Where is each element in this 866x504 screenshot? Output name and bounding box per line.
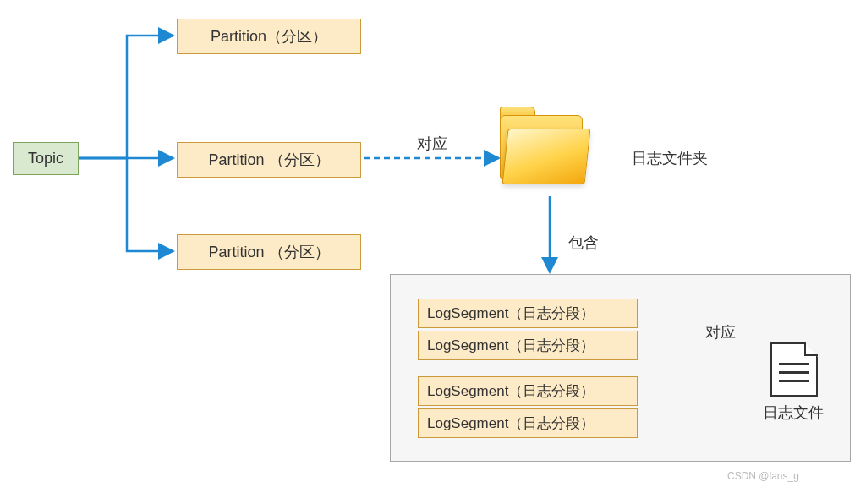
- arrow-label-corresponds: 对应: [705, 322, 736, 342]
- logsegment-node: LogSegment（日志分段）: [418, 331, 638, 360]
- logsegment-label: LogSegment（日志分段）: [427, 415, 595, 431]
- partition-label: Partition（分区）: [211, 28, 327, 45]
- partition-node: Partition （分区）: [177, 142, 361, 178]
- topic-node: Topic: [13, 142, 79, 175]
- partition-node: Partition （分区）: [177, 234, 361, 270]
- folder-label: 日志文件夹: [632, 148, 708, 168]
- logsegment-node: LogSegment（日志分段）: [418, 408, 638, 438]
- logsegment-label: LogSegment（日志分段）: [427, 383, 595, 399]
- arrow-label-contains: 包含: [568, 233, 599, 253]
- logsegment-node: LogSegment（日志分段）: [418, 376, 638, 406]
- file-label: 日志文件: [763, 403, 824, 423]
- document-icon: [770, 342, 818, 397]
- logsegment-node: LogSegment（日志分段）: [418, 299, 638, 328]
- logsegment-label: LogSegment（日志分段）: [427, 305, 595, 321]
- partition-node: Partition（分区）: [177, 19, 361, 54]
- topic-label: Topic: [28, 150, 63, 167]
- watermark: CSDN @lans_g: [727, 470, 799, 482]
- arrow-label-corresponds: 对应: [417, 134, 447, 154]
- partition-label: Partition （分区）: [208, 244, 329, 260]
- partition-label: Partition （分区）: [208, 151, 329, 168]
- logsegment-group: LogSegment（日志分段） LogSegment（日志分段） LogSeg…: [390, 274, 851, 462]
- logsegment-label: LogSegment（日志分段）: [427, 337, 595, 353]
- folder-icon: [493, 103, 603, 196]
